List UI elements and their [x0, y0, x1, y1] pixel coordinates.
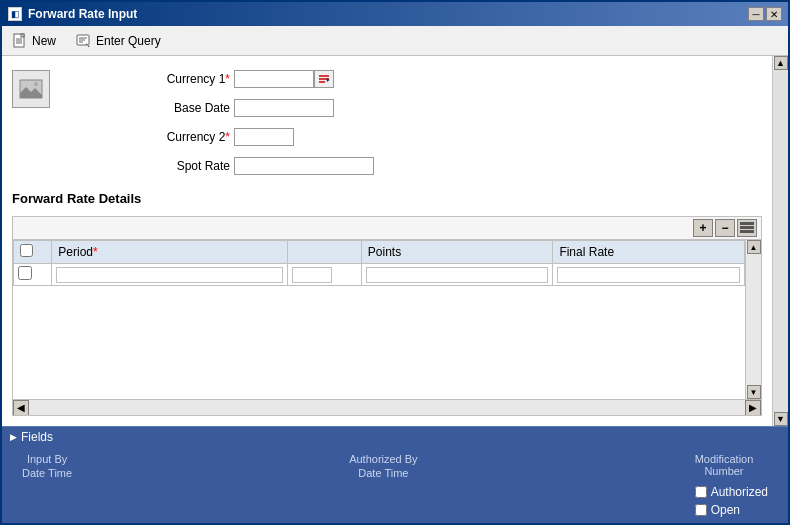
open-checkbox-row: Open	[695, 503, 740, 517]
table-scroll-down[interactable]: ▼	[747, 385, 761, 399]
title-bar-controls: ─ ✕	[748, 7, 782, 21]
window-icon: ◧	[8, 7, 22, 21]
period-input[interactable]	[56, 267, 283, 283]
details-inner: Period* Points Final Ra	[13, 240, 761, 415]
svg-rect-1	[21, 34, 24, 37]
details-section: + −	[12, 216, 762, 416]
toolbar: New Enter Query	[2, 26, 788, 56]
modification-col: Modification Number Authorized Open	[695, 453, 768, 517]
period2-input[interactable]	[292, 267, 332, 283]
outer-vscroll-bottom[interactable]: ▼	[774, 412, 788, 426]
modification-number-label2: Number	[704, 465, 743, 477]
period-cell	[52, 264, 288, 286]
th-period: Period*	[52, 241, 288, 264]
grid-button[interactable]	[737, 219, 757, 237]
minimize-button[interactable]: ─	[748, 7, 764, 21]
footer: ▶ Fields Input By Date Time Authorized B…	[2, 426, 788, 523]
query-icon	[76, 33, 92, 49]
spot-rate-row: Spot Rate	[140, 157, 374, 175]
row-checkbox[interactable]	[18, 266, 32, 280]
new-label: New	[32, 34, 56, 48]
currency2-row: Currency 2*	[140, 128, 374, 146]
hscroll-track	[29, 400, 745, 416]
modification-number-label: Modification	[695, 453, 754, 465]
currency2-input[interactable]	[234, 128, 294, 146]
authorized-checkbox[interactable]	[695, 486, 707, 498]
details-content: Period* Points Final Ra	[13, 240, 761, 415]
section-title: Forward Rate Details	[12, 191, 762, 206]
new-button[interactable]: New	[8, 31, 60, 51]
base-date-label: Base Date	[140, 101, 230, 115]
spot-rate-label: Spot Rate	[140, 159, 230, 173]
close-button[interactable]: ✕	[766, 7, 782, 21]
select-all-checkbox[interactable]	[20, 244, 33, 257]
input-by-col: Input By Date Time	[22, 453, 72, 479]
image-placeholder	[12, 70, 50, 108]
main-area: Currency 1*	[2, 56, 788, 426]
currency1-lookup-button[interactable]	[314, 70, 334, 88]
details-toolbar: + −	[13, 217, 761, 240]
table-scroll-up[interactable]: ▲	[747, 240, 761, 254]
input-by-label: Input By	[27, 453, 67, 465]
authorized-datetime-label: Date Time	[358, 467, 408, 479]
table-row	[14, 264, 745, 286]
base-date-input[interactable]	[234, 99, 334, 117]
outer-vscroll-top[interactable]: ▲	[774, 56, 788, 70]
th-checkbox	[14, 241, 52, 264]
svg-rect-19	[740, 226, 754, 229]
new-icon	[12, 33, 28, 49]
currency2-label: Currency 2*	[140, 130, 230, 144]
th-period2	[288, 241, 362, 264]
enter-query-button[interactable]: Enter Query	[72, 31, 165, 51]
svg-point-12	[34, 82, 38, 86]
authorized-by-col: Authorized By Date Time	[349, 453, 417, 479]
points-cell	[361, 264, 553, 286]
data-table: Period* Points Final Ra	[13, 240, 745, 286]
authorized-check-label: Authorized	[711, 485, 768, 499]
table-scroll-area[interactable]: Period* Points Final Ra	[13, 240, 745, 399]
add-row-button[interactable]: +	[693, 219, 713, 237]
h-scroll: ◀ ▶	[13, 399, 761, 415]
modification-number-group: Modification Number	[695, 453, 754, 477]
title-bar-left: ◧ Forward Rate Input	[8, 7, 137, 21]
currency1-input[interactable]	[234, 70, 314, 88]
svg-rect-18	[740, 222, 754, 225]
hscroll-right-btn[interactable]: ▶	[745, 400, 761, 416]
remove-row-button[interactable]: −	[715, 219, 735, 237]
grid-icon	[740, 222, 754, 234]
table-vscroll[interactable]: ▲ ▼	[745, 240, 761, 399]
window-title: Forward Rate Input	[28, 7, 137, 21]
lookup-icon	[317, 73, 331, 85]
outer-vscroll[interactable]: ▲ ▼	[772, 56, 788, 426]
authorized-checkbox-row: Authorized	[695, 485, 768, 499]
svg-rect-20	[740, 230, 754, 233]
enter-query-label: Enter Query	[96, 34, 161, 48]
th-points: Points	[361, 241, 553, 264]
image-icon	[19, 79, 43, 99]
fields-expand-icon[interactable]: ▶	[10, 432, 17, 442]
points-input[interactable]	[366, 267, 549, 283]
table-area: Period* Points Final Ra	[13, 240, 761, 399]
table-vscroll-track	[746, 254, 761, 385]
main-panel: Currency 1*	[2, 56, 772, 426]
fields-label: Fields	[21, 430, 53, 444]
hscroll-left-btn[interactable]: ◀	[13, 400, 29, 416]
outer-vscroll-track	[773, 70, 788, 412]
final-rate-input[interactable]	[557, 267, 740, 283]
currency1-field-group	[234, 70, 334, 88]
table-header-row: Period* Points Final Ra	[14, 241, 745, 264]
spot-rate-input[interactable]	[234, 157, 374, 175]
form-section: Currency 1*	[2, 56, 772, 426]
currency1-row: Currency 1*	[140, 70, 374, 88]
period2-cell	[288, 264, 362, 286]
input-datetime-label: Date Time	[22, 467, 72, 479]
final-rate-cell	[553, 264, 745, 286]
footer-body: Input By Date Time Authorized By Date Ti…	[2, 447, 788, 523]
footer-header: ▶ Fields	[2, 426, 788, 447]
currency1-label: Currency 1*	[140, 72, 230, 86]
open-check-label: Open	[711, 503, 740, 517]
base-date-row: Base Date	[140, 99, 374, 117]
main-window: ◧ Forward Rate Input ─ ✕ New	[0, 0, 790, 525]
authorized-by-label: Authorized By	[349, 453, 417, 465]
open-checkbox[interactable]	[695, 504, 707, 516]
